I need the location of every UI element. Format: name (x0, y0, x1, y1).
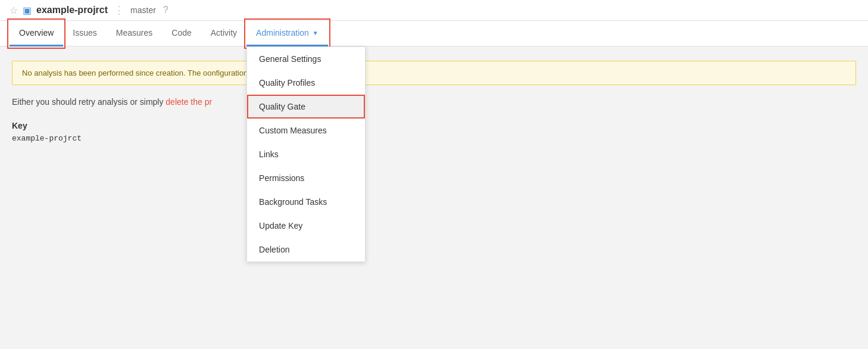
dropdown-item-background-tasks[interactable]: Background Tasks (247, 190, 365, 214)
warning-banner: No analysis has been performed since cre… (12, 61, 856, 85)
dropdown-item-quality-profiles[interactable]: Quality Profiles (247, 71, 365, 95)
dropdown-item-quality-gate[interactable]: Quality Gate (247, 95, 365, 119)
key-value: example-projrct (12, 134, 856, 143)
content-area: No analysis has been performed since cre… (0, 46, 868, 285)
tab-activity[interactable]: Activity (201, 21, 246, 46)
top-bar: ☆ ▣ example-projrct ⋮ master ? (0, 0, 868, 21)
info-text-prefix: Either you should retry analysis or simp… (12, 97, 166, 107)
project-name: example-projrct (36, 5, 108, 15)
branch-separator: ⋮ (114, 4, 124, 17)
dropdown-item-update-key[interactable]: Update Key (247, 214, 365, 238)
administration-dropdown-menu: General Settings Quality Profiles Qualit… (246, 46, 366, 262)
nav-bar: Overview Issues Measures Code Activity A… (0, 21, 868, 46)
tab-code[interactable]: Code (162, 21, 201, 46)
chevron-down-icon: ▼ (313, 30, 319, 36)
star-icon[interactable]: ☆ (10, 5, 18, 16)
tab-overview[interactable]: Overview (10, 21, 63, 46)
tab-measures[interactable]: Measures (107, 21, 162, 46)
warning-text-end: onfiguration. (207, 68, 250, 77)
dropdown-item-permissions[interactable]: Permissions (247, 166, 365, 190)
branch-name: master (130, 5, 156, 15)
dropdown-item-deletion[interactable]: Deletion (247, 238, 365, 261)
info-text: Either you should retry analysis or simp… (12, 97, 856, 107)
help-icon[interactable]: ? (163, 5, 168, 15)
dropdown-item-general-settings[interactable]: General Settings (247, 47, 365, 71)
dropdown-item-custom-measures[interactable]: Custom Measures (247, 119, 365, 142)
project-icon: ▣ (23, 5, 32, 16)
administration-button[interactable]: Administration ▼ (246, 21, 328, 46)
admin-dropdown: Administration ▼ General Settings Qualit… (246, 21, 328, 46)
dropdown-item-links[interactable]: Links (247, 142, 365, 166)
key-section: Key example-projrct (12, 121, 856, 143)
administration-label: Administration (256, 28, 309, 38)
key-label: Key (12, 121, 856, 130)
delete-link[interactable]: delete the pr (166, 97, 212, 107)
warning-text: No analysis has been performed since cre… (22, 68, 207, 77)
tab-issues[interactable]: Issues (63, 21, 106, 46)
